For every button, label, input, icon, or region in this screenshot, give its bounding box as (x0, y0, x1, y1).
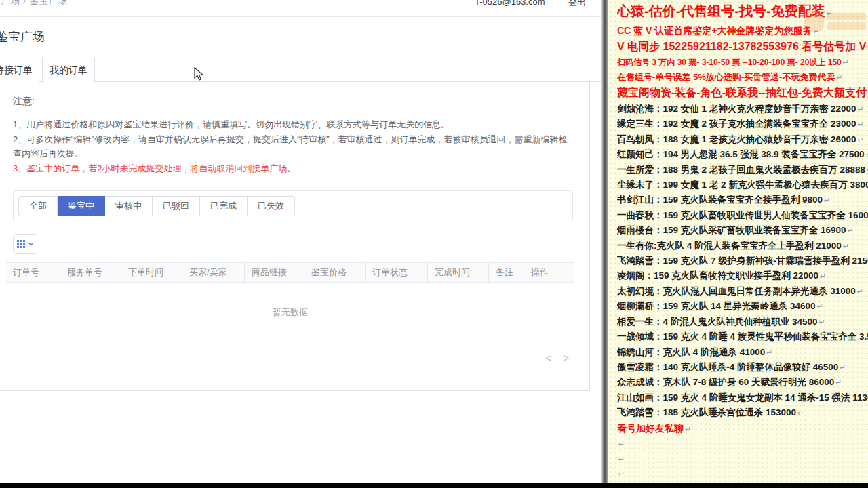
chevron-down-icon (28, 242, 34, 246)
return-mark-icon: ↵ (843, 242, 849, 250)
sidebar-line: ↵ (617, 436, 868, 451)
sidebar-line: 相爱一生：4 阶混人鬼火队神兵仙种植职业 34500↵ (617, 314, 868, 329)
filter-button[interactable]: 已失效 (248, 196, 295, 216)
notice-item: 2、可多次操作“编辑”修改内容，请自审并确认无误后再提交，提交后进入“待审核”，… (13, 132, 572, 161)
sidebar-line: 一曲春秋：159 克火队畜牧职业传世男人仙装备宝宝齐全 16000↵ (617, 208, 868, 223)
sidebar-line: 飞鸿踏雪：159 克火队 7 级护身新神孩-甘霖瑞雪接手盈利 21500↵ (617, 253, 868, 268)
return-mark-icon: ↵ (840, 363, 846, 371)
filter-button[interactable]: 鉴宝中 (58, 196, 105, 216)
sidebar-line-text: 锦绣山河：克火队 4 阶混通杀 41000 (617, 347, 765, 357)
sidebar-line: 红颜知己：194 男人忽混 36.5 强混 38.9 装备宝宝齐全 27500↵ (617, 147, 868, 162)
sidebar-line: 藏宝阁物资-装备-角色-联系我--抽红包-免费大额支付↵ (617, 85, 868, 102)
sidebar-line: V 电同步 15225921182-13782553976 看号估号加 V↵ (617, 39, 868, 56)
sidebar-line: 太初幻境：克火队混人回血鬼日常任务副本异光通杀 31000↵ (617, 284, 868, 299)
sidebar-line-text: 在售组号-单号误差 5%放心选购-买贵管退-不玩免费代卖 (617, 72, 835, 82)
return-mark-icon: ↵ (836, 73, 842, 81)
mouse-cursor (194, 67, 205, 82)
sidebar-line: 一生所爱：188 男鬼 2 老孩子回血鬼火装孟极去疾百万 28888↵ (617, 163, 868, 178)
return-mark-icon: ↵ (685, 425, 691, 433)
sidebar-line: 缘定三生：192 女魔 2 孩子克水抽全满装备宝宝齐全 23000↵ (617, 117, 868, 131)
return-mark-icon: ↵ (857, 287, 863, 296)
sidebar-line: ↵ (617, 466, 868, 481)
sidebar-line: 凌烟阁：159 克火队畜牧符文职业接手盈利 22000↵ (617, 268, 868, 283)
prev-page-button[interactable]: < (545, 352, 551, 365)
sidebar-line-text: 心猿-估价-代售组号-找号-免费配装 (617, 3, 825, 18)
sidebar-line: 烟柳灞桥：159 克火队 14 星异光秦岭通杀 34600↵ (617, 299, 868, 314)
sidebar-line: 烟雨楼台：159 克火队采矿畜牧职业装备宝宝齐全 16900↵ (617, 223, 868, 238)
watermark-logo-icon (804, 11, 824, 31)
tab-pending-orders[interactable]: 待接订单 (0, 58, 39, 82)
column-header: 订单号 (6, 263, 60, 282)
return-mark-icon: ↵ (819, 318, 825, 326)
main-content-area: 广场 / 鉴宝广场 T-0526@163.com 登出 鉴宝广场 待接订单我的订… (0, 0, 603, 483)
filter-button[interactable]: 全部 (18, 196, 58, 216)
column-header: 备注 (489, 263, 524, 282)
grid-icon (17, 240, 25, 248)
window-divider (601, 0, 608, 483)
sidebar-line-text: 扫码估号 3 万内 30 票- 3-10-50 票 --10-20-100 票-… (617, 58, 842, 67)
tab-my-orders[interactable]: 我的订单 (42, 58, 95, 83)
return-mark-icon: ↵ (618, 470, 625, 478)
column-header: 服务单号 (60, 263, 121, 282)
sidebar-line-text: 藏宝阁物资-装备-角色-联系我--抽红包-免费大额支付 (617, 87, 867, 98)
notice-item: 3、鉴宝中的订单，若2小时未完成提交处理，将自动取消回到接单广场。 (13, 161, 572, 176)
return-mark-icon: ↵ (848, 226, 854, 235)
return-mark-icon: ↵ (820, 272, 826, 280)
sidebar-line-text: 剑烛沧海：192 女仙 1 老神火克火程度妙音千万亲密 22000 (617, 104, 856, 114)
sidebar-line: 傲雪凌霜：140 克火队睡杀-4 阶睡整体品像较好 46500↵ (617, 360, 868, 375)
return-mark-icon: ↵ (866, 150, 868, 159)
sidebar-line: 众志成城：克木队 7-8 级护身 60 天赋景行明光 86000↵ (617, 375, 868, 390)
sidebar-line-text: 太初幻境：克火队混人回血鬼日常任务副本异光通杀 31000 (617, 286, 856, 296)
sidebar-line-text: 看号加好友私聊 (617, 423, 684, 434)
notice-item: 1、用户将通过价格和原因对鉴宝结果进行评价，请慎重填写。切勿出现错别字、联系方式… (13, 117, 572, 131)
filter-button[interactable]: 已完成 (200, 196, 248, 216)
notice-list: 1、用户将通过价格和原因对鉴宝结果进行评价，请慎重填写。切勿出现错别字、联系方式… (13, 117, 572, 176)
sidebar-line: 剑烛沧海：192 女仙 1 老神火克火程度妙音千万亲密 22000↵ (617, 102, 868, 117)
sidebar-line-text: 凌烟阁：159 克火队畜牧符文职业接手盈利 22000 (617, 270, 818, 281)
sidebar-line-text: 百鸟朝凤：188 女魔 1 老孩克火抽心猿妙音千万亲密 26000 (617, 134, 856, 144)
return-mark-icon: ↵ (766, 348, 772, 357)
account-email: T-0526@163.com (475, 0, 545, 7)
sidebar-line-text: 众志成城：克木队 7-8 级护身 60 天赋景行明光 86000 (617, 377, 834, 387)
next-page-button[interactable]: > (563, 352, 569, 365)
empty-text: 暂无数据 (273, 306, 308, 319)
order-tabs: 待接订单我的订单 (0, 58, 603, 82)
column-settings-button[interactable] (13, 234, 37, 254)
breadcrumb: 广场 / 鉴宝广场 (1, 0, 68, 7)
filter-button[interactable]: 审核中 (105, 196, 153, 216)
sidebar-line: 看号加好友私聊↵ (617, 421, 868, 436)
return-mark-icon: ↵ (835, 378, 842, 386)
filter-button[interactable]: 已驳回 (153, 196, 200, 216)
table-header-row: 订单号服务单号下单时间买家/卖家商品链接鉴宝价格订单状态完成时间备注操作 (6, 262, 574, 283)
sidebar-line: 百鸟朝凤：188 女魔 1 老孩克火抽心猿妙音千万亲密 26000↵ (617, 132, 868, 147)
sidebar-line: 锦绣山河：克火队 4 阶混通杀 41000↵ (617, 345, 868, 360)
column-header: 鉴宝价格 (304, 263, 366, 282)
logout-button[interactable]: 登出 (568, 0, 586, 9)
sidebar-line-text: 飞鸿踏雪：159 克火队 7 级护身新神孩-甘霖瑞雪接手盈利 21500 (617, 256, 868, 266)
sidebar-line-text: 一生所爱：188 男鬼 2 老孩子回血鬼火装孟极去疾百万 28888 (617, 165, 865, 175)
return-mark-icon: ↵ (618, 440, 625, 448)
status-filter-group: 全部鉴宝中审核中已驳回已完成已失效 (18, 196, 295, 216)
sidebar-line: 一生有你:克火队 4 阶混人装备宝宝齐全上手盈利 21000↵ (617, 239, 868, 253)
sidebar-line-text: 一战倾城：159 克火 4 阶睡 4 族灵性鬼平秒仙装备宝宝齐全 3.5W (617, 331, 868, 342)
orders-table: 订单号服务单号下单时间买家/卖家商品链接鉴宝价格订单状态完成时间备注操作 暂无数… (6, 262, 574, 342)
pagination: < > (545, 352, 569, 365)
sidebar-line: 书剑江山：159 克火队装备宝宝齐全接手盈利 9800↵ (617, 192, 868, 207)
return-mark-icon: ↵ (858, 105, 864, 113)
sidebar-line-text: V 电同步 15225921182-13782553976 看号估号加 V (617, 41, 866, 52)
return-mark-icon: ↵ (797, 409, 804, 417)
column-header: 完成时间 (428, 263, 489, 282)
sidebar-line-text: 一曲春秋：159 克火队畜牧职业传世男人仙装备宝宝齐全 16000 (617, 210, 868, 220)
return-mark-icon: ↵ (858, 120, 864, 128)
page-title: 鉴宝广场 (0, 28, 45, 45)
watermark (804, 9, 866, 33)
sidebar-line-text: CC 蓝 V 认证首席鉴定+大神金牌鉴定为您服务 (617, 25, 812, 36)
column-header: 操作 (524, 263, 574, 282)
column-header: 买家/卖家 (182, 263, 245, 282)
sidebar-line: 尘缘未了：199 女魔 1 老 2 新克火强牛孟极心猿去疾百万 38000↵ (617, 178, 868, 192)
sidebar-line: ↵ (617, 451, 868, 466)
sidebar-line: 江山如画：159 克火 4 阶睡女鬼女龙副本 14 通杀-15 强法 11300… (617, 390, 868, 405)
sidebar-line-text: 一生有你:克火队 4 阶混人装备宝宝齐全上手盈利 21000 (617, 241, 842, 251)
return-mark-icon: ↵ (858, 136, 864, 144)
notice-title: 注意: (13, 96, 35, 108)
